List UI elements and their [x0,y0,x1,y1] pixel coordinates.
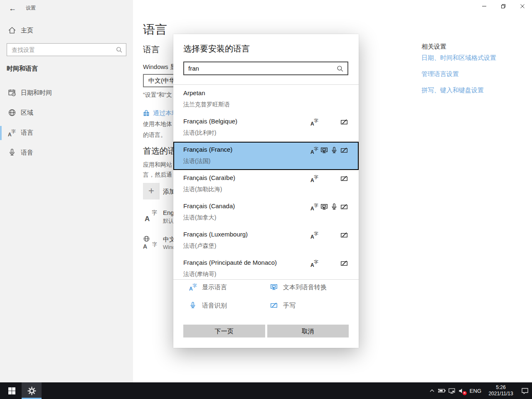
divider [173,84,359,85]
installed-language-subtitle: 默认 [163,217,174,225]
mute-badge: ✕ [463,391,467,395]
sidebar-item-region[interactable]: 区域 [0,103,133,123]
sidebar-item-language[interactable]: A字 语言 [0,123,133,143]
sidebar-item-home[interactable]: 主页 [0,23,133,38]
language-option[interactable]: Français (Principauté de Monaco)法语(摩纳哥)A… [173,255,359,279]
feature-icons: A字 [309,175,349,182]
sidebar-item-label: 语言 [21,129,33,137]
start-button[interactable] [2,382,21,399]
settings-search-input[interactable] [7,44,126,56]
sidebar-section-title: 时间和语言 [7,65,38,73]
preferred-desc-line2: 言，然后通 [143,171,172,179]
microphone-icon [8,148,16,157]
language-icon: A字 [145,210,157,222]
screen: ← 设置 主页 时间和语言 日期和时间 [0,0,532,399]
language-option-subtitle: 法语(卢森堡) [183,242,216,250]
sidebar-item-date-time[interactable]: 日期和时间 [0,83,133,103]
handwriting-icon [340,260,348,267]
legend-label: 语音识别 [202,302,227,310]
search-icon [336,65,344,73]
sidebar-item-label: 区域 [21,109,33,117]
display-language-icon: A字 [310,203,318,211]
display-language-icon: A字 [189,283,197,291]
speech-recognition-icon [330,147,338,154]
handwriting-icon [340,175,348,182]
language-icon: A字 [8,129,15,138]
close-icon[interactable] [513,0,532,12]
handwriting-icon [340,232,348,239]
calendar-clock-icon [8,89,16,97]
taskbar-time: 5:26 [484,384,518,391]
related-settings-title: 相关设置 [421,43,446,51]
settings-search-box [7,43,126,56]
local-experience-link[interactable]: 通过本地 [143,109,178,117]
network-icon[interactable] [447,382,457,399]
globe-icon [8,108,16,117]
legend-label: 文本到语音转换 [283,283,327,291]
taskbar-settings-app[interactable] [22,382,42,399]
legend-item: 语音识别 [189,302,270,309]
language-option[interactable]: Français (Belgique)法语(比利时)A字 [173,113,359,142]
add-language-button[interactable]: + [143,183,160,200]
legend-item: 手写 [270,302,327,309]
cancel-button[interactable]: 取消 [267,325,349,337]
input-language-indicator[interactable]: ENG [467,388,484,394]
dialog-search-box [183,62,348,75]
dialog-search-input[interactable] [184,62,347,74]
gear-icon [27,387,36,395]
speech-recognition-icon [330,203,338,211]
display-language-icon: A字 [310,260,318,267]
action-center-icon[interactable] [518,382,532,399]
next-button[interactable]: 下一页 [183,325,265,337]
restore-button[interactable] [494,0,513,12]
language-option-title: Français (Principauté de Monaco) [183,259,277,266]
handwriting-icon [340,203,348,211]
display-language-icon: A字 [310,147,318,154]
language-option-subtitle: 法语(比利时) [183,129,216,137]
related-link-datetime-format[interactable]: 日期、时间和区域格式设置 [421,54,496,62]
feature-icons: A字 [309,147,349,154]
feature-icons [309,90,349,98]
language-option[interactable]: Français (Caraïbe)法语(加勒比海)A字 [173,170,359,198]
minimize-button[interactable] [475,0,494,12]
sidebar-item-label: 语音 [21,149,33,157]
feature-icons: A字 [309,260,349,267]
language-option[interactable]: Français (Luxembourg)法语(卢森堡)A字 [173,227,359,255]
related-link-admin-language[interactable]: 管理语言设置 [421,70,459,78]
back-button[interactable]: ← [7,2,18,14]
display-language-icon: A字 [310,232,318,239]
divider [173,279,359,280]
display-language-desc: “设置”和“文 [143,91,172,99]
language-option[interactable]: Arpetan法兰克普罗旺斯语 [173,85,359,113]
language-option[interactable]: Français (Canada)法语(加拿大)A字 [173,198,359,227]
text-to-speech-icon [320,147,328,154]
language-option-title: Français (Canada) [183,202,235,209]
preferred-desc-line1: 应用和网站 [143,161,172,169]
taskbar-clock[interactable]: 5:26 2021/11/13 [484,384,518,397]
language-results-list: Arpetan法兰克普罗旺斯语Français (Belgique)法语(比利时… [173,85,359,279]
handwriting-icon [270,302,278,309]
chevron-up-icon[interactable] [427,382,437,399]
app-title: 设置 [26,5,36,12]
language-option[interactable]: Français (France)法语(法国)A字 [173,142,359,170]
battery-icon[interactable] [437,382,447,399]
local-experience-line2: 的语言。 [143,131,166,139]
sidebar-item-label: 日期和时间 [21,89,52,97]
related-link-typing[interactable]: 拼写、键入和键盘设置 [421,86,484,94]
legend-label: 显示语言 [202,283,227,291]
section-title: 语言 [143,44,160,55]
selected-indicator [0,126,2,140]
legend-label: 手写 [283,302,296,310]
text-to-speech-icon [270,283,278,291]
feature-icons: A字 [309,232,349,239]
language-option-subtitle: 法语(加拿大) [183,214,216,222]
store-icon [143,110,150,117]
install-language-dialog: 选择要安装的语言 Arpetan法兰克普罗旺斯语Français (Belgiq… [173,34,359,348]
language-option-title: Français (France) [183,146,232,153]
sidebar-home-label: 主页 [21,27,33,34]
sidebar-item-speech[interactable]: 语音 [0,143,133,163]
language-option-title: Français (Caraïbe) [183,174,235,181]
page-title: 语言 [143,22,167,38]
sidebar: ← 设置 主页 时间和语言 日期和时间 [0,0,133,382]
volume-muted-icon[interactable]: ✕ [457,382,467,399]
